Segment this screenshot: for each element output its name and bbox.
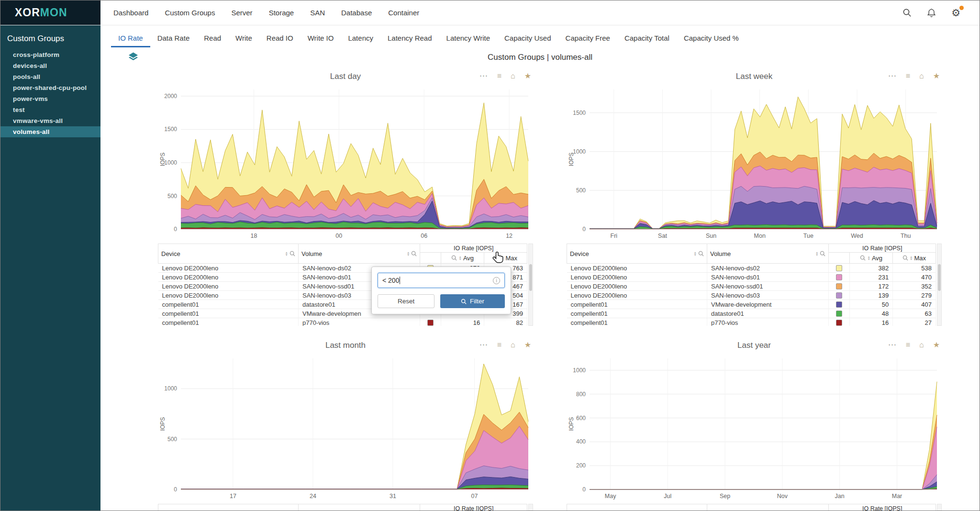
- avg-cell: 48: [850, 309, 893, 318]
- scrollbar-thumb[interactable]: [529, 264, 532, 291]
- search-icon[interactable]: [902, 255, 908, 261]
- column-header-device[interactable]: Device▲▼: [567, 504, 707, 511]
- table-scrollbar[interactable]: [528, 504, 533, 511]
- tab-read[interactable]: Read: [197, 29, 228, 47]
- favorite-star-icon[interactable]: ★: [524, 70, 531, 82]
- nav-item-dashboard[interactable]: Dashboard: [105, 0, 156, 25]
- nav-item-custom-groups[interactable]: Custom Groups: [156, 0, 223, 25]
- column-header-device[interactable]: Device▲▼: [158, 504, 299, 511]
- settings-gear-icon[interactable]: ⚙: [951, 8, 960, 18]
- content-header: Custom Groups | volumes-all: [100, 47, 980, 67]
- nav-item-storage[interactable]: Storage: [261, 0, 302, 25]
- more-options-icon[interactable]: ⋯: [888, 339, 897, 351]
- sort-icon[interactable]: ▲▼: [458, 256, 461, 261]
- sort-icon[interactable]: ▲▼: [407, 251, 410, 256]
- chart-last-month[interactable]: 0500100017243107IOPS: [158, 353, 533, 502]
- column-header-avg[interactable]: ▲▼Avg: [441, 253, 484, 264]
- nav-item-san[interactable]: SAN: [302, 0, 333, 25]
- chart-last-day[interactable]: 050010001500200018000612IOPS: [158, 84, 533, 242]
- tab-capacity-used[interactable]: Capacity Used %: [677, 29, 746, 47]
- scrollbar-thumb[interactable]: [938, 264, 941, 291]
- column-header-volume[interactable]: Volume▲▼: [707, 244, 828, 264]
- filter-button[interactable]: Filter: [440, 294, 505, 308]
- home-icon[interactable]: ⌂: [511, 70, 515, 82]
- tab-capacity-used[interactable]: Capacity Used: [497, 29, 558, 47]
- sort-icon[interactable]: ▲▼: [910, 256, 913, 261]
- column-header-max[interactable]: ▲▼Max: [893, 253, 936, 264]
- home-icon[interactable]: ⌂: [919, 70, 924, 82]
- column-header-volume[interactable]: Volume▲▼: [298, 244, 420, 264]
- chart-last-week[interactable]: 050010001500FriSatSunMonTueWedThuIOPS: [567, 84, 942, 242]
- search-icon[interactable]: [411, 251, 417, 256]
- more-options-icon[interactable]: ⋯: [479, 70, 488, 82]
- column-header-device[interactable]: Device▲▼: [567, 244, 707, 264]
- favorite-star-icon[interactable]: ★: [933, 70, 940, 82]
- column-header-max[interactable]: ▲▼Max: [484, 253, 527, 264]
- search-icon[interactable]: [902, 8, 912, 17]
- legend-color-header: [420, 253, 441, 264]
- layers-icon[interactable]: [128, 52, 139, 64]
- chart-last-year[interactable]: 02004006008001000MayJulSepNovJanMarIOPS: [567, 353, 942, 502]
- search-icon[interactable]: [860, 255, 866, 261]
- menu-icon[interactable]: ≡: [497, 70, 501, 82]
- table-scrollbar[interactable]: [937, 244, 942, 326]
- tab-latency-read[interactable]: Latency Read: [380, 29, 439, 47]
- sidebar-item-vmware-vms-all[interactable]: vmware-vms-all: [0, 115, 100, 126]
- search-icon[interactable]: [290, 251, 295, 256]
- sidebar-item-cross-platform[interactable]: cross-platform: [0, 49, 100, 60]
- svg-text:400: 400: [576, 438, 586, 445]
- search-icon[interactable]: [820, 251, 825, 256]
- column-header-volume[interactable]: Volume▲▼: [707, 504, 828, 511]
- search-icon[interactable]: [494, 255, 500, 261]
- nav-item-server[interactable]: Server: [223, 0, 260, 25]
- svg-text:500: 500: [167, 436, 177, 443]
- menu-icon[interactable]: ≡: [497, 339, 501, 351]
- panel-actions: ⋯≡⌂★: [479, 339, 531, 351]
- column-header-volume[interactable]: Volume▲▼: [298, 504, 420, 511]
- sort-icon[interactable]: ▲▼: [694, 251, 697, 256]
- tab-write[interactable]: Write: [228, 29, 259, 47]
- tab-read-io[interactable]: Read IO: [259, 29, 301, 47]
- column-header-device[interactable]: Device▲▼: [158, 244, 299, 264]
- sort-icon[interactable]: ▲▼: [815, 251, 818, 256]
- search-icon[interactable]: [451, 255, 457, 261]
- nav-item-database[interactable]: Database: [333, 0, 380, 25]
- tab-write-io[interactable]: Write IO: [301, 29, 341, 47]
- sidebar-item-test[interactable]: test: [0, 104, 100, 115]
- more-options-icon[interactable]: ⋯: [479, 339, 488, 351]
- app-logo[interactable]: XORMON: [0, 0, 100, 25]
- column-header-avg[interactable]: ▲▼Avg: [850, 253, 893, 264]
- sidebar-item-volumes-all[interactable]: volumes-all: [0, 126, 100, 137]
- notifications-bell-icon[interactable]: [927, 8, 936, 18]
- menu-icon[interactable]: ≡: [906, 70, 910, 82]
- search-icon[interactable]: [698, 251, 704, 256]
- info-icon[interactable]: i: [493, 277, 500, 284]
- table-scrollbar[interactable]: [528, 244, 533, 326]
- favorite-star-icon[interactable]: ★: [933, 339, 940, 351]
- nav-item-container[interactable]: Container: [380, 0, 427, 25]
- table-scrollbar[interactable]: [937, 504, 942, 511]
- sidebar-item-pools-all[interactable]: pools-all: [0, 71, 100, 82]
- menu-icon[interactable]: ≡: [906, 339, 910, 351]
- tab-latency-write[interactable]: Latency Write: [439, 29, 497, 47]
- sidebar-items: cross-platformdevices-allpools-allpower-…: [0, 49, 100, 137]
- tab-data-rate[interactable]: Data Rate: [150, 29, 197, 47]
- sort-icon[interactable]: ▲▼: [285, 251, 288, 256]
- filter-input[interactable]: < 200 i: [378, 273, 505, 288]
- sidebar-item-devices-all[interactable]: devices-all: [0, 60, 100, 71]
- sidebar-item-power-shared-cpu-pool[interactable]: power-shared-cpu-pool: [0, 82, 100, 93]
- svg-text:500: 500: [576, 187, 586, 194]
- sidebar-item-power-vms[interactable]: power-vms: [0, 93, 100, 104]
- tab-io-rate[interactable]: IO Rate: [111, 29, 150, 47]
- home-icon[interactable]: ⌂: [919, 339, 924, 351]
- breadcrumb: Custom Groups | volumes-all: [488, 53, 592, 62]
- sort-icon[interactable]: ▲▼: [501, 256, 504, 261]
- reset-button[interactable]: Reset: [378, 294, 434, 308]
- more-options-icon[interactable]: ⋯: [888, 70, 897, 82]
- tab-capacity-total[interactable]: Capacity Total: [617, 29, 677, 47]
- tab-capacity-free[interactable]: Capacity Free: [558, 29, 617, 47]
- favorite-star-icon[interactable]: ★: [524, 339, 531, 351]
- sort-icon[interactable]: ▲▼: [867, 256, 870, 261]
- tab-latency[interactable]: Latency: [341, 29, 380, 47]
- home-icon[interactable]: ⌂: [511, 339, 515, 351]
